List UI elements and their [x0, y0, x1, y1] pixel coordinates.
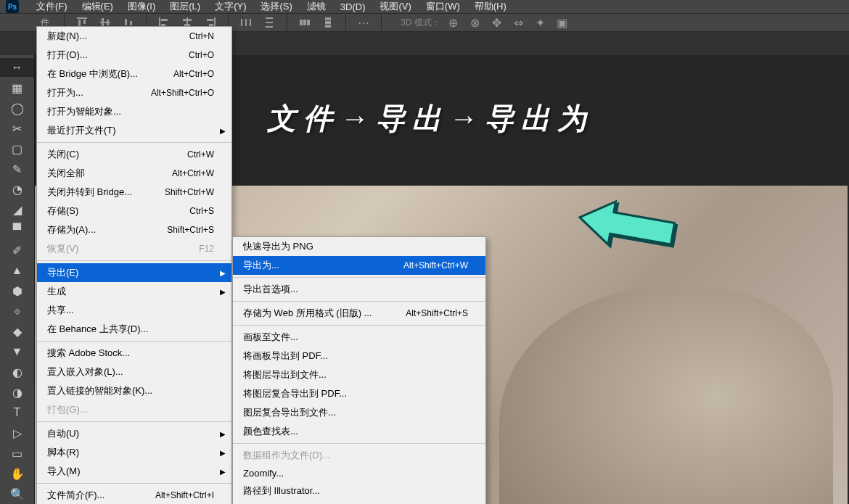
menu-help[interactable]: 帮助(H): [467, 0, 514, 13]
more-options-icon[interactable]: ⋯: [355, 14, 372, 31]
svg-rect-13: [183, 19, 192, 21]
export-menu-item-4-3[interactable]: 渲染视频...: [233, 500, 485, 504]
tool-7[interactable]: ◢: [0, 200, 34, 219]
menu-text[interactable]: 文字(Y): [208, 0, 253, 13]
file-menu-item-0-0[interactable]: 新建(N)...Ctrl+N: [37, 27, 231, 46]
file-menu-item-2-3[interactable]: 在 Behance 上共享(D)...: [37, 320, 231, 339]
menu-window[interactable]: 窗口(W): [419, 0, 467, 13]
export-menu-item-1-0[interactable]: 导出首选项...: [233, 280, 485, 299]
3d-zoom-icon[interactable]: ✦: [532, 14, 549, 31]
3d-camera-icon[interactable]: ▣: [554, 14, 571, 31]
distribute-spacing-h-icon[interactable]: [296, 14, 313, 31]
menu-item-label: 打开为...: [47, 86, 151, 99]
submenu-arrow-icon: ▶: [220, 468, 226, 476]
menu-file[interactable]: 文件(F): [29, 0, 75, 13]
distribute-spacing-v-icon[interactable]: [319, 14, 337, 31]
file-menu-item-4-0[interactable]: 自动(U)▶: [37, 424, 231, 443]
tool-15[interactable]: ◐: [0, 363, 34, 381]
tool-2[interactable]: ◯: [0, 99, 34, 117]
file-menu-item-4-2[interactable]: 导入(M)▶: [37, 462, 231, 481]
menu-item-label: 恢复(V): [47, 242, 199, 255]
tool-18[interactable]: ▷: [0, 424, 34, 442]
svg-rect-25: [303, 20, 306, 25]
tool-20[interactable]: ✋: [0, 464, 34, 483]
svg-marker-30: [576, 196, 676, 255]
file-menu-item-1-5: 恢复(V)F12: [37, 239, 231, 258]
menu-separator: [233, 443, 485, 444]
menu-edit[interactable]: 编辑(E): [75, 0, 120, 13]
submenu-arrow-icon: ▶: [220, 449, 226, 457]
menu-item-shortcut: Ctrl+S: [189, 206, 214, 216]
3d-slide-icon[interactable]: ⇔: [510, 14, 528, 31]
file-menu-item-1-3[interactable]: 存储(S)Ctrl+S: [37, 202, 231, 220]
menu-item-label: 生成: [47, 285, 214, 298]
tool-10[interactable]: ▲: [0, 261, 34, 280]
file-menu-item-1-1[interactable]: 关闭全部Alt+Ctrl+W: [37, 164, 231, 183]
export-menu-item-3-4[interactable]: 图层复合导出到文件...: [233, 403, 485, 422]
tool-8[interactable]: ▀: [0, 220, 34, 239]
export-menu-item-4-1[interactable]: Zoomify...: [233, 465, 485, 482]
export-menu-item-0-0[interactable]: 快速导出为 PNG: [233, 237, 485, 256]
3d-pan-icon[interactable]: ✥: [488, 14, 506, 31]
file-menu-item-2-2[interactable]: 共享...: [37, 301, 231, 320]
svg-rect-18: [241, 19, 242, 26]
menu-select[interactable]: 选择(S): [253, 0, 299, 13]
tool-6[interactable]: ◔: [0, 180, 34, 199]
svg-rect-23: [266, 26, 273, 28]
file-menu-item-0-3[interactable]: 打开为...Alt+Shift+Ctrl+O: [37, 83, 231, 102]
tool-16[interactable]: ◑: [0, 383, 34, 402]
menu-image[interactable]: 图像(I): [120, 0, 163, 13]
tool-5[interactable]: ✎: [0, 160, 34, 178]
file-menu-item-5-0[interactable]: 文件简介(F)...Alt+Shift+Ctrl+I: [37, 486, 231, 504]
file-menu-item-2-0[interactable]: 导出(E)▶: [37, 263, 231, 282]
distribute-v-icon[interactable]: [261, 14, 278, 31]
file-menu-item-0-4[interactable]: 打开为智能对象...: [37, 102, 231, 121]
tool-4[interactable]: ▢: [0, 139, 34, 158]
3d-orbit-icon[interactable]: ⊕: [445, 14, 462, 31]
tool-13[interactable]: ◆: [0, 322, 34, 341]
export-menu-item-3-5[interactable]: 颜色查找表...: [233, 422, 485, 441]
tool-1[interactable]: ▦: [0, 78, 34, 97]
menu-filter[interactable]: 滤镜: [300, 0, 333, 13]
menu-item-label: 打包(G)...: [47, 403, 214, 416]
tool-19[interactable]: ▭: [0, 444, 34, 463]
tool-14[interactable]: ▼: [0, 342, 34, 361]
file-menu-item-1-2[interactable]: 关闭并转到 Bridge...Shift+Ctrl+W: [37, 183, 231, 202]
file-menu-item-3-0[interactable]: 搜索 Adobe Stock...: [37, 344, 231, 363]
export-menu-item-3-2[interactable]: 将图层导出到文件...: [233, 365, 485, 384]
file-menu-item-1-4[interactable]: 存储为(A)...Shift+Ctrl+S: [37, 220, 231, 239]
menu-layer[interactable]: 图层(L): [163, 0, 208, 13]
menu-item-label: 快速导出为 PNG: [243, 240, 468, 253]
3d-roll-icon[interactable]: ⊗: [467, 14, 484, 31]
tool-3[interactable]: ✂: [0, 119, 34, 138]
tool-11[interactable]: ⬢: [0, 281, 34, 300]
menu-item-label: 将画板导出到 PDF...: [243, 350, 468, 363]
annotation-text: 文件→导出→导出为: [267, 99, 594, 139]
export-menu-item-2-0[interactable]: 存储为 Web 所用格式 (旧版) ...Alt+Shift+Ctrl+S: [233, 304, 485, 323]
tool-21[interactable]: 🔍: [0, 484, 34, 503]
menu-item-label: 导入(M): [47, 465, 214, 478]
distribute-h-icon[interactable]: [237, 14, 255, 31]
file-menu-item-3-2[interactable]: 置入链接的智能对象(K)...: [37, 381, 231, 400]
file-menu-item-4-1[interactable]: 脚本(R)▶: [37, 443, 231, 462]
menu-view[interactable]: 视图(V): [372, 0, 418, 13]
tool-12[interactable]: ⟐: [0, 302, 34, 321]
svg-rect-28: [325, 21, 331, 24]
file-menu-item-1-0[interactable]: 关闭(C)Ctrl+W: [37, 145, 231, 164]
export-menu-item-3-1[interactable]: 将画板导出到 PDF...: [233, 347, 485, 365]
menu-3d[interactable]: 3D(D): [333, 1, 373, 12]
tool-17[interactable]: T: [0, 403, 34, 422]
app-icon: Ps: [6, 0, 19, 13]
export-menu-item-0-1[interactable]: 导出为...Alt+Shift+Ctrl+W: [233, 256, 485, 275]
export-menu-item-3-0[interactable]: 画板至文件...: [233, 328, 485, 347]
tool-0[interactable]: ↔: [0, 58, 34, 77]
tool-9[interactable]: ✐: [0, 241, 34, 260]
export-submenu: 快速导出为 PNG导出为...Alt+Shift+Ctrl+W导出首选项...存…: [232, 236, 486, 504]
export-menu-item-4-2[interactable]: 路径到 Illustrator...: [233, 482, 485, 500]
file-menu-item-2-1[interactable]: 生成▶: [37, 282, 231, 301]
file-menu-item-0-5[interactable]: 最近打开文件(T)▶: [37, 121, 231, 140]
file-menu-item-0-2[interactable]: 在 Bridge 中浏览(B)...Alt+Ctrl+O: [37, 65, 231, 83]
file-menu-item-3-1[interactable]: 置入嵌入对象(L)...: [37, 363, 231, 381]
export-menu-item-3-3[interactable]: 将图层复合导出到 PDF...: [233, 384, 485, 403]
file-menu-item-0-1[interactable]: 打开(O)...Ctrl+O: [37, 46, 231, 65]
